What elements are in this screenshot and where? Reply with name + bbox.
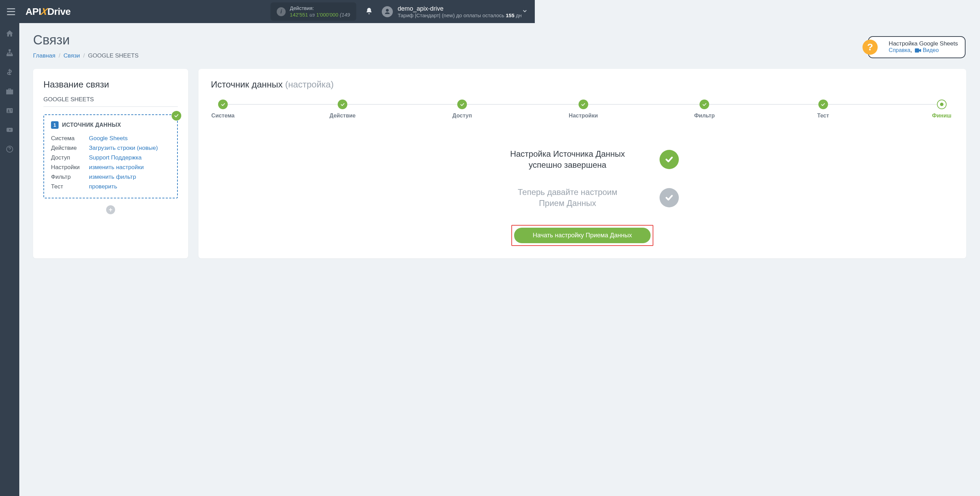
step-система[interactable]: Система <box>211 100 235 119</box>
source-detail-row: Настройкиизменить настройки <box>51 162 170 172</box>
connection-card: Название связи GOOGLE SHEETS 1 ИСТОЧНИК … <box>33 69 188 258</box>
source-detail-row: ДоступSupport Поддержка <box>51 153 170 162</box>
svg-rect-4 <box>6 90 13 94</box>
nav-home-icon[interactable] <box>5 29 14 38</box>
status-ok-icon <box>172 111 181 121</box>
nav-billing-icon[interactable] <box>5 67 14 77</box>
user-block[interactable]: demo_apix-drive Тариф |Стандарт| (new) д… <box>398 5 522 18</box>
status-done-text: Настройка Источника Данныхуспешно заверш… <box>486 148 535 171</box>
detail-value-link[interactable]: проверить <box>89 183 117 190</box>
svg-rect-2 <box>9 54 10 56</box>
nav-video-icon[interactable] <box>5 125 14 135</box>
user-plan: Тариф |Стандарт| (new) до оплаты осталос… <box>398 13 522 18</box>
stepper: СистемаДействиеДоступНастройкиФильтрТест… <box>211 100 535 119</box>
source-title: ИСТОЧНИК ДАННЫХ <box>62 122 121 128</box>
add-block-button[interactable]: + <box>106 205 115 214</box>
nav-contacts-icon[interactable] <box>5 106 14 115</box>
source-detail-row: Тестпроверить <box>51 182 170 191</box>
page-content: Связи Главная / Связи / GOOGLE SHEETS ? … <box>19 23 535 271</box>
detail-value-link[interactable]: изменить настройки <box>89 164 144 170</box>
detail-value-link[interactable]: Загрузить строки (новые) <box>89 145 158 151</box>
source-detail-row: ДействиеЗагрузить строки (новые) <box>51 143 170 153</box>
actions-label: Действия: <box>290 5 350 12</box>
logo[interactable]: APIXDrive <box>25 6 71 17</box>
wizard-title: Источник данных (настройка) <box>211 79 535 90</box>
chevron-down-icon[interactable] <box>522 8 528 16</box>
breadcrumb-links[interactable]: Связи <box>64 52 80 59</box>
detail-key: Фильтр <box>51 172 89 182</box>
connection-name[interactable]: GOOGLE SHEETS <box>43 96 178 107</box>
source-step-number: 1 <box>51 121 59 129</box>
nav-briefcase-icon[interactable] <box>5 86 14 96</box>
nav-connections-icon[interactable] <box>5 48 14 57</box>
actions-values: 142'551 из 1'000'000 (149 <box>290 12 350 18</box>
side-nav <box>0 23 19 271</box>
step-label: Действие <box>329 113 356 119</box>
svg-point-6 <box>8 110 9 111</box>
step-доступ[interactable]: Доступ <box>450 100 474 119</box>
source-detail-row: СистемаGoogle Sheets <box>51 134 170 143</box>
detail-key: Настройки <box>51 162 89 172</box>
detail-key: Тест <box>51 182 89 191</box>
breadcrumb-current: GOOGLE SHEETS <box>88 52 138 59</box>
detail-value-link[interactable]: Support Поддержка <box>89 154 142 161</box>
actions-counter: i Действия: 142'551 из 1'000'000 (149 <box>270 2 356 21</box>
status-next-text: Теперь давайте настроимПрием Данных <box>486 187 535 209</box>
notifications-icon[interactable] <box>365 7 373 16</box>
step-действие[interactable]: Действие <box>329 100 356 119</box>
nav-help-icon[interactable] <box>5 144 14 154</box>
status-row-next: Теперь давайте настроимПрием Данных <box>486 187 535 209</box>
detail-key: Доступ <box>51 153 89 162</box>
user-name: demo_apix-drive <box>398 5 522 13</box>
menu-toggle-icon[interactable] <box>7 8 15 15</box>
detail-key: Система <box>51 134 89 143</box>
detail-key: Действие <box>51 143 89 153</box>
wizard-card: Источник данных (настройка) СистемаДейст… <box>199 69 535 258</box>
cta-highlight: Начать настройку Приема Данных <box>511 225 535 246</box>
step-dot-icon <box>457 100 467 109</box>
step-dot-icon <box>338 100 347 109</box>
breadcrumb-home[interactable]: Главная <box>33 52 56 59</box>
status-row-done: Настройка Источника Данныхуспешно заверш… <box>486 148 535 171</box>
user-avatar-icon[interactable] <box>382 6 393 17</box>
step-dot-icon <box>218 100 228 109</box>
svg-rect-3 <box>11 54 13 56</box>
detail-value-link[interactable]: Google Sheets <box>89 135 127 141</box>
source-details-table: СистемаGoogle SheetsДействиеЗагрузить ст… <box>51 134 170 191</box>
page-title: Связи <box>33 33 535 48</box>
breadcrumb: Главная / Связи / GOOGLE SHEETS <box>33 52 535 59</box>
start-destination-button[interactable]: Начать настройку Приема Данных <box>514 228 535 243</box>
source-box[interactable]: 1 ИСТОЧНИК ДАННЫХ СистемаGoogle SheetsДе… <box>43 114 178 199</box>
info-icon: i <box>277 7 286 16</box>
step-label: Доступ <box>452 113 472 119</box>
source-detail-row: Фильтризменить фильтр <box>51 172 170 182</box>
top-bar: APIXDrive i Действия: 142'551 из 1'000'0… <box>0 0 535 23</box>
detail-value-link[interactable]: изменить фильтр <box>89 173 136 180</box>
step-label: Система <box>211 113 234 119</box>
svg-rect-0 <box>9 49 10 51</box>
connection-card-title: Название связи <box>43 79 178 90</box>
svg-rect-1 <box>7 54 8 56</box>
